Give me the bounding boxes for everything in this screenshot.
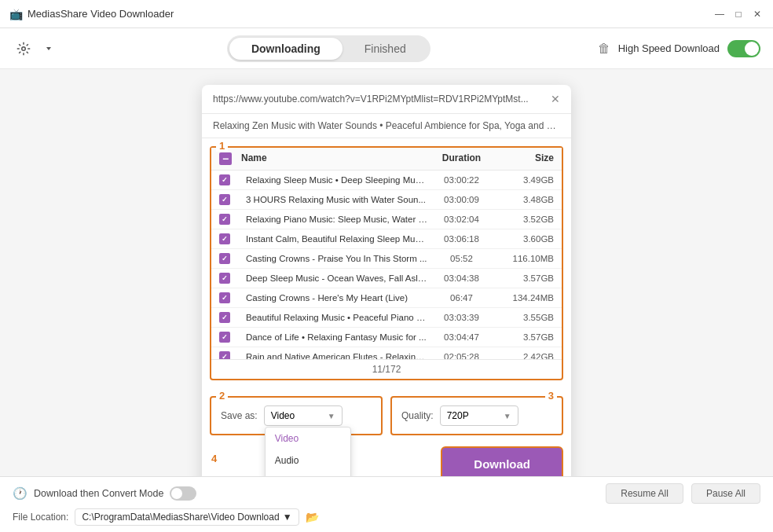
footer-row2: File Location: C:\ProgramData\MediasShar… bbox=[13, 508, 760, 526]
row-size: 3.48GB bbox=[491, 195, 554, 204]
row-checkbox[interactable] bbox=[219, 194, 230, 205]
row-checkbox[interactable] bbox=[219, 351, 230, 359]
footer-row1: 🕐 Download then Convert Mode Resume All … bbox=[13, 483, 760, 504]
row-name: Relaxing Piano Music: Sleep Music, Water… bbox=[246, 215, 427, 224]
pause-all-button[interactable]: Pause All bbox=[691, 483, 760, 504]
trash-icon[interactable]: 🗑 bbox=[598, 42, 610, 56]
title-bar-controls: — □ ✕ bbox=[713, 8, 764, 20]
save-as-menu: Video Audio Thumbnail bbox=[265, 427, 351, 476]
dialog-subtitle: Relaxing Zen Music with Water Sounds • P… bbox=[202, 114, 571, 138]
download-button[interactable]: Download bbox=[441, 446, 563, 476]
title-bar-left: 📺 MediasShare Video Downloader bbox=[9, 8, 174, 20]
table-row: Casting Crowns - Here's My Heart (Live) … bbox=[211, 288, 562, 308]
file-location-arrow: ▼ bbox=[283, 512, 292, 523]
menu-item-video[interactable]: Video bbox=[266, 427, 350, 449]
tab-group: Downloading Finished bbox=[227, 35, 430, 62]
minimize-button[interactable]: — bbox=[713, 8, 726, 20]
row-name: Casting Crowns - Praise You In This Stor… bbox=[246, 254, 427, 263]
dropdown-arrow-btn[interactable] bbox=[38, 38, 60, 60]
row-checkbox[interactable] bbox=[219, 292, 230, 303]
download-convert-toggle[interactable] bbox=[170, 486, 196, 501]
high-speed-label: High Speed Download bbox=[618, 42, 720, 54]
row-checkbox[interactable] bbox=[219, 312, 230, 323]
save-as-row: Save as: Video ▼ Video Audio Thumbnail bbox=[221, 405, 372, 426]
row-name: Deep Sleep Music - Ocean Waves, Fall Asl… bbox=[246, 273, 427, 283]
save-as-selected: Video bbox=[271, 410, 295, 421]
row-duration: 03:04:47 bbox=[432, 332, 491, 342]
toolbar-right: 🗑 High Speed Download bbox=[598, 40, 760, 57]
row-name: Rain and Native American Flutes - Relaxi… bbox=[246, 352, 427, 359]
row-duration: 03:00:22 bbox=[432, 175, 491, 185]
clock-icon: 🕐 bbox=[13, 486, 27, 501]
file-location-dropdown[interactable]: C:\ProgramData\MediasShare\Video Downloa… bbox=[75, 508, 299, 526]
row-checkbox-container bbox=[219, 194, 241, 205]
row-size: 3.57GB bbox=[491, 273, 554, 283]
table-row: 3 HOURS Relaxing Music with Water Soun..… bbox=[211, 190, 562, 210]
download-area: 4 Download bbox=[202, 443, 571, 476]
row-checkbox[interactable] bbox=[219, 273, 230, 284]
menu-item-audio[interactable]: Audio bbox=[266, 449, 350, 471]
minus-all-btn[interactable]: − bbox=[219, 152, 232, 165]
toolbar: Downloading Finished 🗑 High Speed Downlo… bbox=[0, 28, 773, 69]
row-duration: 03:03:39 bbox=[432, 313, 491, 322]
table-row: Instant Calm, Beautiful Relaxing Sleep M… bbox=[211, 229, 562, 249]
row-checkbox-container bbox=[219, 332, 241, 343]
file-location-label: File Location: bbox=[13, 512, 68, 523]
table-row: Deep Sleep Music - Ocean Waves, Fall Asl… bbox=[211, 269, 562, 288]
row-checkbox-container bbox=[219, 312, 241, 323]
row-duration: 03:00:09 bbox=[432, 195, 491, 204]
resume-all-button[interactable]: Resume All bbox=[606, 483, 683, 504]
footer-left: 🕐 Download then Convert Mode bbox=[13, 486, 196, 501]
quality-label: Quality: bbox=[401, 410, 434, 421]
row-checkbox[interactable] bbox=[219, 233, 230, 244]
table-row: Dance of Life • Relaxing Fantasy Music f… bbox=[211, 328, 562, 347]
row-checkbox-container bbox=[219, 292, 241, 303]
main-area: https://www.youtube.com/watch?v=V1RPi2MY… bbox=[0, 69, 773, 476]
row-checkbox[interactable] bbox=[219, 214, 230, 225]
app-title: MediasShare Video Downloader bbox=[27, 8, 174, 20]
table-row: Casting Crowns - Praise You In This Stor… bbox=[211, 249, 562, 269]
quality-dropdown[interactable]: 720P ▼ bbox=[440, 405, 518, 426]
high-speed-toggle[interactable] bbox=[727, 40, 760, 57]
check-all-header: − bbox=[219, 152, 241, 165]
import-icon-btn[interactable] bbox=[13, 38, 35, 60]
row-size: 3.60GB bbox=[491, 234, 554, 244]
download-convert-label: Download then Convert Mode bbox=[34, 488, 163, 499]
row-duration: 05:52 bbox=[432, 254, 491, 263]
row-checkbox-container bbox=[219, 253, 241, 264]
url-bar: https://www.youtube.com/watch?v=V1RPi2MY… bbox=[202, 85, 571, 114]
footer-right: Resume All Pause All bbox=[606, 483, 760, 504]
table-row: Beautiful Relaxing Music • Peaceful Pian… bbox=[211, 308, 562, 328]
row-checkbox-container bbox=[219, 233, 241, 244]
quality-section-label: 3 bbox=[545, 390, 557, 402]
folder-open-icon[interactable]: 📂 bbox=[306, 511, 319, 523]
save-as-section-label: 2 bbox=[216, 390, 228, 402]
table-row: Relaxing Sleep Music • Deep Sleeping Mus… bbox=[211, 171, 562, 190]
row-checkbox[interactable] bbox=[219, 174, 230, 185]
dialog: https://www.youtube.com/watch?v=V1RPi2MY… bbox=[202, 85, 571, 476]
table-section: 1 − Name Duration Size Relaxing Sleep Mu… bbox=[210, 146, 563, 380]
url-close-btn[interactable]: ✕ bbox=[551, 93, 560, 105]
row-duration: 06:47 bbox=[432, 293, 491, 303]
row-size: 3.55GB bbox=[491, 313, 554, 322]
svg-point-0 bbox=[22, 46, 26, 50]
row-checkbox[interactable] bbox=[219, 332, 230, 343]
row-name: Dance of Life • Relaxing Fantasy Music f… bbox=[246, 332, 427, 342]
close-button[interactable]: ✕ bbox=[751, 8, 764, 20]
row-name: Casting Crowns - Here's My Heart (Live) bbox=[246, 293, 427, 303]
col-duration-header: Duration bbox=[432, 152, 491, 165]
tab-finished[interactable]: Finished bbox=[343, 38, 428, 60]
toolbar-left bbox=[13, 38, 60, 60]
url-text: https://www.youtube.com/watch?v=V1RPi2MY… bbox=[213, 94, 544, 105]
col-size-header: Size bbox=[491, 152, 554, 165]
row-name: 3 HOURS Relaxing Music with Water Soun..… bbox=[246, 195, 427, 204]
quality-group: 3 Quality: 720P ▼ bbox=[390, 396, 563, 435]
maximize-button[interactable]: □ bbox=[732, 8, 745, 20]
save-as-dropdown[interactable]: Video ▼ Video Audio Thumbnail bbox=[264, 405, 343, 426]
row-checkbox[interactable] bbox=[219, 253, 230, 264]
download-section-label: 4 bbox=[211, 453, 217, 464]
tab-downloading[interactable]: Downloading bbox=[229, 38, 343, 60]
row-checkbox-container bbox=[219, 174, 241, 185]
menu-item-thumbnail[interactable]: Thumbnail bbox=[266, 471, 350, 476]
app-icon: 📺 bbox=[9, 8, 23, 20]
